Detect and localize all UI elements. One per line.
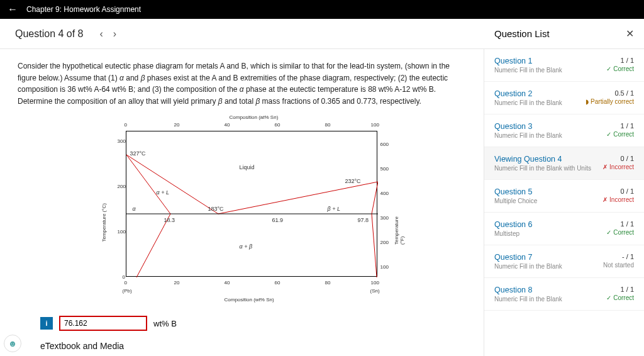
- question-status: ✗ Incorrect: [602, 164, 634, 170]
- question-name: Question 3: [494, 122, 562, 131]
- question-status: ✓ Correct: [606, 65, 634, 72]
- svg-line-2: [218, 182, 378, 214]
- question-name: Question 5: [494, 187, 537, 196]
- right-axis-title: Temperature (°F): [394, 216, 405, 245]
- brand-icon[interactable]: ☻: [4, 335, 21, 352]
- phase-diagram: Composition (at% Sn) Composition (wt% Sn…: [79, 113, 406, 308]
- question-panel: Consider the hypothetical eutectic phase…: [0, 49, 484, 356]
- question-list-item[interactable]: Question 3Numeric Fill in the Blank1 / 1…: [484, 114, 644, 147]
- chapter-title: Chapter 9: Homework Assignment: [26, 5, 141, 14]
- question-type: Multistep: [494, 230, 532, 237]
- question-list-item[interactable]: Question 2Numeric Fill in the Blank0.5 /…: [484, 82, 644, 114]
- question-list: Question 1Numeric Fill in the Blank1 / 1…: [484, 49, 644, 356]
- top-axis-title: Composition (at% Sn): [230, 114, 279, 120]
- left-axis-title: Temperature (°C): [101, 203, 106, 242]
- question-list-item[interactable]: Question 6Multistep1 / 1✓ Correct: [484, 213, 644, 245]
- question-score: 0 / 1: [602, 155, 634, 162]
- question-type: Numeric Fill in the Blank: [494, 296, 562, 303]
- question-status: ✓ Correct: [606, 131, 634, 138]
- question-list-item[interactable]: Viewing Question 4Numeric Fill in the Bl…: [484, 147, 644, 180]
- question-list-item[interactable]: Question 7Numeric Fill in the Blank- / 1…: [484, 245, 644, 278]
- question-status: ✓ Correct: [606, 229, 634, 236]
- question-list-title: Question List: [494, 28, 550, 39]
- question-score: 1 / 1: [606, 57, 634, 64]
- question-name: Question 8: [494, 286, 562, 294]
- question-score: - / 1: [603, 253, 634, 260]
- question-list-panel: Question List ✕ Question 1Numeric Fill i…: [484, 49, 644, 356]
- question-score: 1 / 1: [606, 286, 634, 293]
- prev-button[interactable]: ‹: [95, 28, 108, 40]
- answer-row: i wt% B: [40, 316, 466, 331]
- svg-line-3: [372, 182, 378, 214]
- question-type: Multiple Choice: [494, 197, 537, 204]
- question-type: Numeric Fill in the Blank: [494, 67, 562, 74]
- svg-line-5: [136, 214, 170, 277]
- question-score: 1 / 1: [606, 122, 634, 130]
- answer-input[interactable]: [59, 316, 147, 331]
- question-list-item[interactable]: Question 1Numeric Fill in the Blank1 / 1…: [484, 49, 644, 82]
- info-button[interactable]: i: [40, 317, 53, 330]
- etextbook-link[interactable]: eTextbook and Media: [40, 341, 466, 351]
- question-score: 0.5 / 1: [586, 89, 634, 97]
- question-type: Numeric Fill in the Blank: [494, 263, 562, 270]
- bottom-axis-title: Composition (wt% Sn): [225, 297, 274, 303]
- question-name: Question 7: [494, 253, 562, 262]
- question-status: ✓ Correct: [606, 294, 634, 301]
- question-score: 0 / 1: [602, 187, 634, 195]
- back-icon[interactable]: ←: [8, 4, 18, 15]
- question-status: ◗ Partially correct: [586, 98, 634, 105]
- question-name: Viewing Question 4: [494, 155, 591, 164]
- plot-box: 327°C 232°C Liquid α + L β + L α 183°C α…: [126, 131, 377, 277]
- answer-unit: wt% B: [153, 319, 177, 328]
- question-status: Not started: [603, 262, 634, 269]
- problem-text: Consider the hypothetical eutectic phase…: [18, 60, 466, 107]
- question-type: Numeric Fill in the Blank with Units: [494, 165, 591, 172]
- question-score: 1 / 1: [606, 220, 634, 228]
- question-name: Question 6: [494, 220, 532, 229]
- question-list-header: Question List ✕: [484, 19, 644, 49]
- question-counter: Question 4 of 8: [15, 28, 84, 40]
- question-list-item[interactable]: Question 5Multiple Choice0 / 1✗ Incorrec…: [484, 180, 644, 213]
- question-list-item[interactable]: Question 8Numeric Fill in the Blank1 / 1…: [484, 278, 644, 311]
- close-icon[interactable]: ✕: [626, 28, 634, 40]
- next-button[interactable]: ›: [108, 28, 121, 40]
- question-name: Question 1: [494, 57, 562, 65]
- svg-line-0: [126, 155, 218, 214]
- question-type: Numeric Fill in the Blank: [494, 132, 562, 139]
- topbar: ← Chapter 9: Homework Assignment: [0, 0, 644, 19]
- question-status: ✗ Incorrect: [602, 196, 634, 203]
- question-name: Question 2: [494, 89, 562, 98]
- svg-line-6: [372, 214, 377, 277]
- svg-line-1: [126, 155, 170, 214]
- question-type: Numeric Fill in the Blank: [494, 99, 562, 106]
